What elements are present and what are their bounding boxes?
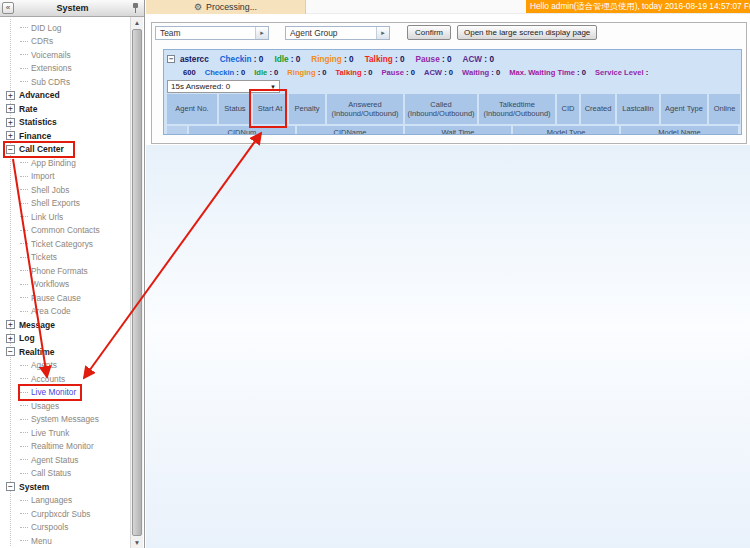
team-select-value: Team xyxy=(160,28,180,38)
expand-toggle-icon[interactable]: + xyxy=(6,91,15,100)
open-large-screen-button[interactable]: Open the large screen display page xyxy=(457,25,597,40)
stat-value: 0 xyxy=(241,68,245,77)
sidebar-item-tickets[interactable]: Tickets xyxy=(0,251,131,265)
confirm-button[interactable]: Confirm xyxy=(407,25,451,40)
stat-label: ACW xyxy=(424,68,442,77)
sidebar-item-statistics[interactable]: +Statistics xyxy=(0,116,131,130)
expand-toggle-icon[interactable]: + xyxy=(6,104,15,113)
sidebar-item-realtime-monitor[interactable]: Realtime Monitor xyxy=(0,440,131,454)
tree-connector xyxy=(20,81,28,82)
sidebar-collapse-icon[interactable]: « xyxy=(2,2,14,14)
agent-group-select[interactable]: Agent Group ▸ xyxy=(285,26,390,40)
stat-acw: ACW : 0 xyxy=(463,55,494,64)
stat-label: Ringing xyxy=(287,68,315,77)
collapse-group-icon[interactable]: − xyxy=(167,55,175,63)
dropdown-arrow-icon[interactable]: ▸ xyxy=(255,27,268,39)
sidebar-item-workflows[interactable]: Workflows xyxy=(0,278,131,292)
sidebar-item-finance[interactable]: +Finance xyxy=(0,129,131,143)
stat-label: Max. Waiting Time xyxy=(509,68,575,77)
collapse-toggle-icon[interactable]: − xyxy=(6,145,15,154)
stat-separator: : xyxy=(404,68,411,77)
sidebar-item-did-log[interactable]: DID Log xyxy=(0,21,131,35)
tree-connector xyxy=(20,500,28,501)
sidebar-item-accounts[interactable]: Accounts xyxy=(0,372,131,386)
column-header-label: Lastcallin xyxy=(622,104,653,113)
sidebar-tree: DID LogCDRsVoicemailsExtensionsSub CDRs+… xyxy=(0,17,131,548)
sidebar-item-import[interactable]: Import xyxy=(0,170,131,184)
sidebar-item-message[interactable]: +Message xyxy=(0,318,131,332)
sidebar-item-label: Agent Status xyxy=(31,455,79,465)
column-header-agent-type: Agent Type xyxy=(661,94,707,124)
stat-ringing: Ringing : 0 xyxy=(311,55,353,64)
stat-checkin: Checkin : 0 xyxy=(220,55,264,64)
expand-toggle-icon[interactable]: + xyxy=(6,334,15,343)
stat-value: 0 xyxy=(582,68,586,77)
tree-connector xyxy=(20,257,28,258)
sidebar-item-common-contacts[interactable]: Common Contacts xyxy=(0,224,131,238)
sidebar-item-system[interactable]: −System xyxy=(0,480,131,494)
sidebar-item-curpbxcdr-subs[interactable]: Curpbxcdr Subs xyxy=(0,507,131,521)
sidebar-item-label: System Messages xyxy=(31,414,99,424)
pin-icon[interactable] xyxy=(131,2,140,14)
stat-label: Talking xyxy=(365,55,393,64)
sidebar-item-languages[interactable]: Languages xyxy=(0,494,131,508)
sidebar-item-phone-formats[interactable]: Phone Formats xyxy=(0,264,131,278)
sidebar-scrollbar[interactable]: ▲ ▼ xyxy=(130,17,143,548)
sidebar-item-link-urls[interactable]: Link Urls xyxy=(0,210,131,224)
stat-value: 0 xyxy=(322,68,326,77)
sidebar-item-app-binding[interactable]: App Binding xyxy=(0,156,131,170)
column-header-start-at: Start At xyxy=(253,94,287,124)
team-select[interactable]: Team ▸ xyxy=(155,26,269,40)
group-name: astercc xyxy=(180,55,209,64)
sidebar-item-cdrs[interactable]: CDRs xyxy=(0,35,131,49)
tree-connector xyxy=(20,189,28,190)
stat-idle: Idle : 0 xyxy=(274,55,300,64)
sidebar-item-agents[interactable]: Agents xyxy=(0,359,131,373)
sidebar-item-label: Realtime xyxy=(19,347,54,357)
collapse-toggle-icon[interactable]: − xyxy=(6,482,15,491)
tree-connector xyxy=(20,176,28,177)
sidebar-item-agent-status[interactable]: Agent Status xyxy=(0,453,131,467)
collapse-toggle-icon[interactable]: − xyxy=(6,347,15,356)
sidebar-item-sub-cdrs[interactable]: Sub CDRs xyxy=(0,75,131,89)
sidebar-item-shell-exports[interactable]: Shell Exports xyxy=(0,197,131,211)
tree-connector xyxy=(20,527,28,528)
sidebar-item-curspools[interactable]: Curspools xyxy=(0,521,131,535)
sidebar-item-shell-jobs[interactable]: Shell Jobs xyxy=(0,183,131,197)
stat-talking: Talking : 0 xyxy=(336,68,373,77)
expand-toggle-icon[interactable]: + xyxy=(6,320,15,329)
column-header-cidnum: CIDNum xyxy=(189,126,295,135)
dropdown-arrow-icon[interactable]: ▸ xyxy=(376,27,389,39)
sidebar-item-usages[interactable]: Usages xyxy=(0,399,131,413)
answered-select[interactable]: 15s Answered: 0 ▼ xyxy=(167,80,280,93)
sidebar-item-extensions[interactable]: Extensions xyxy=(0,62,131,76)
scroll-up-icon[interactable]: ▲ xyxy=(131,17,143,28)
content-area: Team ▸ Agent Group ▸ Confirm Open the la… xyxy=(146,14,750,548)
scrollbar-thumb[interactable] xyxy=(132,29,142,536)
sidebar-item-call-status[interactable]: Call Status xyxy=(0,467,131,481)
sidebar-item-label: Phone Formats xyxy=(31,266,88,276)
sidebar-item-voicemails[interactable]: Voicemails xyxy=(0,48,131,62)
column-header-sublabel: (Inbound/Outbound) xyxy=(407,109,474,118)
sidebar-item-ticket-categorys[interactable]: Ticket Categorys xyxy=(0,237,131,251)
sidebar-item-rate[interactable]: +Rate xyxy=(0,102,131,116)
live-monitor-table: − astercc Checkin : 0Idle : 0Ringing : 0… xyxy=(163,49,742,135)
tab-processing[interactable]: ⚙ Processing... xyxy=(146,0,306,14)
sidebar-item-live-trunk[interactable]: Live Trunk xyxy=(0,426,131,440)
sidebar-item-realtime[interactable]: −Realtime xyxy=(0,345,131,359)
sidebar-item-system-messages[interactable]: System Messages xyxy=(0,413,131,427)
scroll-down-icon[interactable]: ▼ xyxy=(131,537,143,548)
sidebar-item-pause-cause[interactable]: Pause Cause xyxy=(0,291,131,305)
sidebar-item-area-code[interactable]: Area Code xyxy=(0,305,131,319)
stat-label: Talking xyxy=(336,68,362,77)
expand-toggle-icon[interactable]: + xyxy=(6,131,15,140)
stat-separator: : xyxy=(575,68,582,77)
sidebar-item-advanced[interactable]: +Advanced xyxy=(0,89,131,103)
sidebar-item-live-monitor[interactable]: Live Monitor xyxy=(0,386,131,400)
sidebar-item-call-center[interactable]: −Call Center xyxy=(0,143,131,157)
column-header-label: CIDName xyxy=(334,128,367,135)
sidebar-item-menu[interactable]: Menu xyxy=(0,534,131,548)
expand-toggle-icon[interactable]: + xyxy=(6,118,15,127)
sidebar-header: « System xyxy=(0,0,144,17)
sidebar-item-log[interactable]: +Log xyxy=(0,332,131,346)
